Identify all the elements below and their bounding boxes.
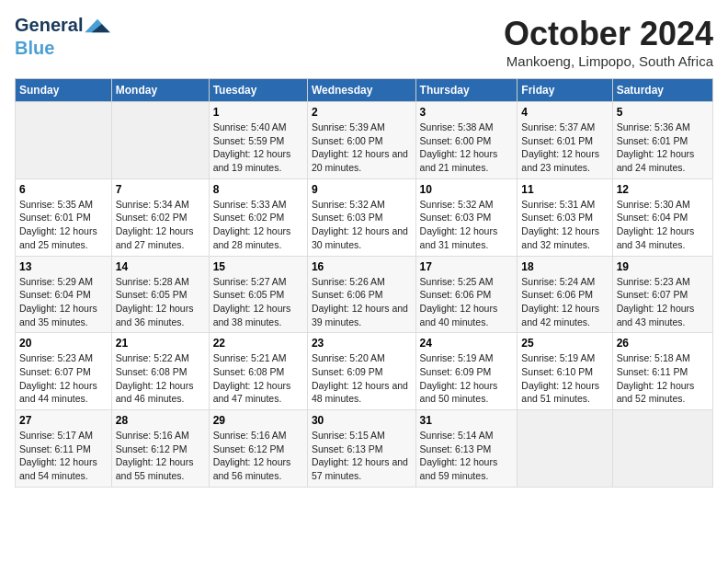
day-number: 5 bbox=[617, 106, 709, 119]
day-number: 1 bbox=[213, 106, 303, 119]
calendar-header-row: SundayMondayTuesdayWednesdayThursdayFrid… bbox=[16, 79, 713, 102]
month-title: October 2024 bbox=[504, 15, 713, 53]
calendar-cell: 10Sunrise: 5:32 AMSunset: 6:03 PMDayligh… bbox=[415, 178, 518, 256]
logo: General Blue bbox=[15, 15, 110, 58]
calendar-cell: 5Sunrise: 5:36 AMSunset: 6:01 PMDaylight… bbox=[612, 102, 712, 179]
calendar-cell: 6Sunrise: 5:35 AMSunset: 6:01 PMDaylight… bbox=[16, 178, 112, 256]
calendar-cell: 28Sunrise: 5:16 AMSunset: 6:12 PMDayligh… bbox=[111, 410, 209, 488]
weekday-header: Saturday bbox=[612, 79, 712, 102]
calendar-cell: 11Sunrise: 5:31 AMSunset: 6:03 PMDayligh… bbox=[518, 178, 612, 256]
calendar-cell: 13Sunrise: 5:29 AMSunset: 6:04 PMDayligh… bbox=[16, 256, 112, 333]
calendar-cell: 3Sunrise: 5:38 AMSunset: 6:00 PMDaylight… bbox=[415, 102, 518, 179]
calendar-cell: 27Sunrise: 5:17 AMSunset: 6:11 PMDayligh… bbox=[16, 410, 112, 488]
day-info: Sunrise: 5:34 AMSunset: 6:02 PMDaylight:… bbox=[116, 198, 205, 252]
day-info: Sunrise: 5:16 AMSunset: 6:12 PMDaylight:… bbox=[116, 429, 205, 483]
day-info: Sunrise: 5:23 AMSunset: 6:07 PMDaylight:… bbox=[617, 275, 709, 329]
calendar-cell: 1Sunrise: 5:40 AMSunset: 5:59 PMDaylight… bbox=[209, 102, 307, 179]
day-number: 14 bbox=[116, 260, 205, 273]
day-info: Sunrise: 5:32 AMSunset: 6:03 PMDaylight:… bbox=[420, 198, 514, 252]
day-info: Sunrise: 5:22 AMSunset: 6:08 PMDaylight:… bbox=[116, 351, 205, 406]
day-number: 7 bbox=[116, 183, 205, 196]
day-number: 9 bbox=[312, 183, 412, 196]
day-info: Sunrise: 5:18 AMSunset: 6:11 PMDaylight:… bbox=[617, 351, 709, 406]
weekday-header: Friday bbox=[518, 79, 612, 102]
day-info: Sunrise: 5:26 AMSunset: 6:06 PMDaylight:… bbox=[312, 275, 412, 329]
calendar-cell: 22Sunrise: 5:21 AMSunset: 6:08 PMDayligh… bbox=[209, 333, 307, 410]
day-info: Sunrise: 5:20 AMSunset: 6:09 PMDaylight:… bbox=[312, 351, 412, 406]
page-header: General Blue October 2024 Mankoeng, Limp… bbox=[15, 15, 713, 69]
day-number: 4 bbox=[521, 106, 608, 119]
day-number: 2 bbox=[312, 106, 412, 119]
day-info: Sunrise: 5:19 AMSunset: 6:09 PMDaylight:… bbox=[420, 351, 514, 406]
calendar-cell bbox=[111, 102, 209, 179]
day-info: Sunrise: 5:32 AMSunset: 6:03 PMDaylight:… bbox=[312, 198, 412, 252]
weekday-header: Thursday bbox=[415, 79, 518, 102]
weekday-header: Monday bbox=[111, 79, 209, 102]
calendar-cell: 7Sunrise: 5:34 AMSunset: 6:02 PMDaylight… bbox=[111, 178, 209, 256]
day-number: 23 bbox=[312, 337, 412, 350]
day-number: 12 bbox=[617, 183, 709, 196]
day-info: Sunrise: 5:19 AMSunset: 6:10 PMDaylight:… bbox=[521, 351, 608, 406]
day-number: 11 bbox=[521, 183, 608, 196]
day-number: 21 bbox=[116, 337, 205, 350]
calendar-week-row: 1Sunrise: 5:40 AMSunset: 5:59 PMDaylight… bbox=[16, 102, 713, 179]
day-number: 31 bbox=[420, 414, 514, 427]
day-number: 17 bbox=[420, 260, 514, 273]
calendar-week-row: 6Sunrise: 5:35 AMSunset: 6:01 PMDaylight… bbox=[16, 178, 713, 256]
day-info: Sunrise: 5:36 AMSunset: 6:01 PMDaylight:… bbox=[617, 121, 709, 175]
day-info: Sunrise: 5:23 AMSunset: 6:07 PMDaylight:… bbox=[19, 351, 108, 406]
day-info: Sunrise: 5:24 AMSunset: 6:06 PMDaylight:… bbox=[521, 275, 608, 329]
calendar-cell: 21Sunrise: 5:22 AMSunset: 6:08 PMDayligh… bbox=[111, 333, 209, 410]
calendar-cell: 19Sunrise: 5:23 AMSunset: 6:07 PMDayligh… bbox=[612, 256, 712, 333]
calendar-cell: 15Sunrise: 5:27 AMSunset: 6:05 PMDayligh… bbox=[209, 256, 307, 333]
day-info: Sunrise: 5:16 AMSunset: 6:12 PMDaylight:… bbox=[213, 429, 303, 483]
day-number: 3 bbox=[420, 106, 514, 119]
day-number: 26 bbox=[617, 337, 709, 350]
day-number: 20 bbox=[19, 337, 108, 350]
day-number: 29 bbox=[213, 414, 303, 427]
calendar-cell: 18Sunrise: 5:24 AMSunset: 6:06 PMDayligh… bbox=[518, 256, 612, 333]
calendar-cell: 14Sunrise: 5:28 AMSunset: 6:05 PMDayligh… bbox=[111, 256, 209, 333]
calendar-cell: 9Sunrise: 5:32 AMSunset: 6:03 PMDaylight… bbox=[307, 178, 415, 256]
day-info: Sunrise: 5:29 AMSunset: 6:04 PMDaylight:… bbox=[19, 275, 108, 329]
day-info: Sunrise: 5:14 AMSunset: 6:13 PMDaylight:… bbox=[420, 429, 514, 483]
day-number: 6 bbox=[19, 183, 108, 196]
calendar-body: 1Sunrise: 5:40 AMSunset: 5:59 PMDaylight… bbox=[16, 102, 713, 488]
title-block: October 2024 Mankoeng, Limpopo, South Af… bbox=[504, 15, 713, 69]
day-info: Sunrise: 5:31 AMSunset: 6:03 PMDaylight:… bbox=[521, 198, 608, 252]
location: Mankoeng, Limpopo, South Africa bbox=[504, 53, 713, 69]
calendar-cell: 29Sunrise: 5:16 AMSunset: 6:12 PMDayligh… bbox=[209, 410, 307, 488]
day-info: Sunrise: 5:27 AMSunset: 6:05 PMDaylight:… bbox=[213, 275, 303, 329]
day-number: 10 bbox=[420, 183, 514, 196]
weekday-header: Wednesday bbox=[307, 79, 415, 102]
day-number: 15 bbox=[213, 260, 303, 273]
calendar-week-row: 13Sunrise: 5:29 AMSunset: 6:04 PMDayligh… bbox=[16, 256, 713, 333]
day-number: 30 bbox=[312, 414, 412, 427]
calendar-cell: 8Sunrise: 5:33 AMSunset: 6:02 PMDaylight… bbox=[209, 178, 307, 256]
calendar-week-row: 27Sunrise: 5:17 AMSunset: 6:11 PMDayligh… bbox=[16, 410, 713, 488]
calendar-cell: 23Sunrise: 5:20 AMSunset: 6:09 PMDayligh… bbox=[307, 333, 415, 410]
day-info: Sunrise: 5:38 AMSunset: 6:00 PMDaylight:… bbox=[420, 121, 514, 175]
calendar-cell: 2Sunrise: 5:39 AMSunset: 6:00 PMDaylight… bbox=[307, 102, 415, 179]
day-info: Sunrise: 5:40 AMSunset: 5:59 PMDaylight:… bbox=[213, 121, 303, 175]
calendar-cell: 30Sunrise: 5:15 AMSunset: 6:13 PMDayligh… bbox=[307, 410, 415, 488]
day-info: Sunrise: 5:37 AMSunset: 6:01 PMDaylight:… bbox=[521, 121, 608, 175]
day-info: Sunrise: 5:25 AMSunset: 6:06 PMDaylight:… bbox=[420, 275, 514, 329]
day-number: 8 bbox=[213, 183, 303, 196]
day-number: 13 bbox=[19, 260, 108, 273]
day-info: Sunrise: 5:15 AMSunset: 6:13 PMDaylight:… bbox=[312, 429, 412, 483]
day-info: Sunrise: 5:21 AMSunset: 6:08 PMDaylight:… bbox=[213, 351, 303, 406]
calendar-cell bbox=[16, 102, 112, 179]
weekday-header: Sunday bbox=[16, 79, 112, 102]
logo-text: General Blue bbox=[15, 15, 110, 58]
day-number: 25 bbox=[521, 337, 608, 350]
day-number: 18 bbox=[521, 260, 608, 273]
day-number: 24 bbox=[420, 337, 514, 350]
calendar-week-row: 20Sunrise: 5:23 AMSunset: 6:07 PMDayligh… bbox=[16, 333, 713, 410]
calendar-cell: 12Sunrise: 5:30 AMSunset: 6:04 PMDayligh… bbox=[612, 178, 712, 256]
day-info: Sunrise: 5:35 AMSunset: 6:01 PMDaylight:… bbox=[19, 198, 108, 252]
calendar-cell: 26Sunrise: 5:18 AMSunset: 6:11 PMDayligh… bbox=[612, 333, 712, 410]
calendar-cell: 17Sunrise: 5:25 AMSunset: 6:06 PMDayligh… bbox=[415, 256, 518, 333]
calendar-cell: 4Sunrise: 5:37 AMSunset: 6:01 PMDaylight… bbox=[518, 102, 612, 179]
day-number: 19 bbox=[617, 260, 709, 273]
